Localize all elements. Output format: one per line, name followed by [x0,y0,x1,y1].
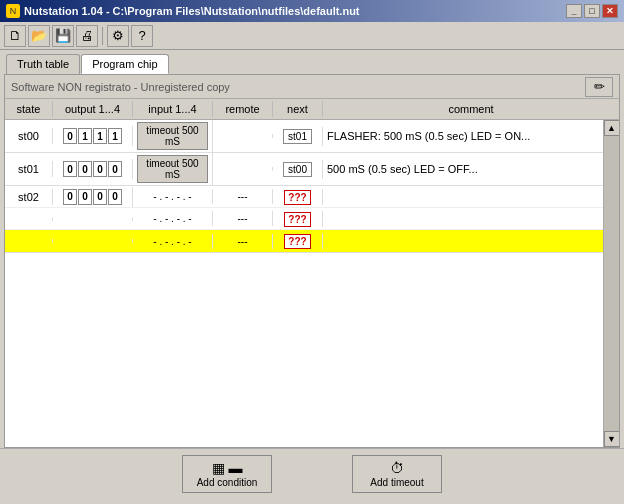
bottom-toolbar: ▦ ▬ Add condition ⏱ Add timeout [0,448,624,498]
close-button[interactable]: ✕ [602,4,618,18]
cell-output [53,217,133,221]
tab-truth-table[interactable]: Truth table [6,54,80,74]
print-button[interactable]: 🖨 [76,25,98,47]
add-condition-icon: ▦ ▬ [212,460,243,476]
bit-1[interactable]: 0 [78,161,92,177]
cell-remote: --- [213,189,273,204]
bit-0[interactable]: 0 [63,189,77,205]
main-content: Software NON registrato - Unregistered c… [4,74,620,448]
tab-program-chip[interactable]: Program chip [81,54,168,74]
cell-remote [213,167,273,171]
header-state: state [5,101,53,117]
sub-row: st02 0 0 0 0 - . - . - . - --- ??? [5,186,603,208]
status-bar: Software NON registrato - Unregistered c… [5,75,619,99]
help-button[interactable]: ? [131,25,153,47]
cell-state: st00 [5,128,53,144]
cell-output [53,239,133,243]
new-button[interactable]: 🗋 [4,25,26,47]
cell-next: ??? [273,211,323,227]
table-scroll-area: st00 0 1 1 1 timeout 500 mS st01 [5,120,619,447]
save-button[interactable]: 💾 [52,25,74,47]
cell-comment [323,195,603,199]
header-input: input 1...4 [133,101,213,117]
cell-input: - . - . - . - [133,234,213,249]
table-header: state output 1...4 input 1...4 remote ne… [5,99,619,120]
cell-remote: --- [213,234,273,249]
bit-2[interactable]: 0 [93,161,107,177]
cell-output: 0 0 0 0 [53,187,133,207]
cell-remote [213,134,273,138]
cell-output: 0 1 1 1 [53,126,133,146]
cell-input: - . - . - . - [133,211,213,226]
cell-comment [323,217,603,221]
scroll-up-button[interactable]: ▲ [604,120,620,136]
cell-condition: timeout 500 mS [133,153,213,185]
cell-next: st00 [273,160,323,179]
table-row: st01 0 0 0 0 timeout 500 mS st00 [5,153,603,186]
header-comment: comment [323,101,619,117]
bit-0[interactable]: 0 [63,161,77,177]
cell-comment [323,239,603,243]
header-remote: remote [213,101,273,117]
add-condition-button[interactable]: ▦ ▬ Add condition [182,455,272,493]
cell-state [5,239,53,243]
add-timeout-box[interactable]: ⏱ Add timeout [352,455,442,493]
scrollbar[interactable]: ▲ ▼ [603,120,619,447]
cell-comment: FLASHER: 500 mS (0.5 sec) LED = ON... [323,128,603,144]
minimize-button[interactable]: _ [566,4,582,18]
bit-2[interactable]: 0 [93,189,107,205]
add-timeout-button[interactable]: ⏱ Add timeout [352,455,442,493]
scroll-track[interactable] [604,136,619,431]
cell-input: - . - . - . - [133,189,213,204]
toolbar: 🗋 📂 💾 🖨 ⚙ ? [0,22,624,50]
cell-output: 0 0 0 0 [53,159,133,179]
cell-next: st01 [273,127,323,146]
settings-button[interactable]: ⚙ [107,25,129,47]
bit-1[interactable]: 0 [78,189,92,205]
add-condition-box[interactable]: ▦ ▬ Add condition [182,455,272,493]
table-row: st00 0 1 1 1 timeout 500 mS st01 [5,120,603,153]
app-icon: N [6,4,20,18]
sub-row-highlighted: - . - . - . - --- ??? [5,230,603,252]
open-button[interactable]: 📂 [28,25,50,47]
condition-button[interactable]: timeout 500 mS [137,155,208,183]
bit-3[interactable]: 0 [108,189,122,205]
sub-row: - . - . - . - --- ??? [5,208,603,230]
table-row-multi: st02 0 0 0 0 - . - . - . - --- ??? [5,186,603,253]
bit-3[interactable]: 0 [108,161,122,177]
cell-state: st02 [5,189,53,205]
add-condition-label: Add condition [197,477,258,488]
status-text: Software NON registrato - Unregistered c… [11,81,230,93]
table-body: st00 0 1 1 1 timeout 500 mS st01 [5,120,603,447]
add-timeout-icon: ⏱ [390,460,404,476]
window-controls: _ □ ✕ [566,4,618,18]
cell-condition: timeout 500 mS [133,120,213,152]
bit-0[interactable]: 0 [63,128,77,144]
bit-1[interactable]: 1 [78,128,92,144]
toolbar-separator [102,27,103,45]
bit-3[interactable]: 1 [108,128,122,144]
cell-next: ??? [273,189,323,205]
cell-next: ??? [273,233,323,249]
title-bar: N Nutstation 1.04 - C:\Program Files\Nut… [0,0,624,22]
header-output: output 1...4 [53,101,133,117]
tab-bar: Truth table Program chip [0,50,624,74]
cell-state [5,217,53,221]
cell-remote: --- [213,211,273,226]
maximize-button[interactable]: □ [584,4,600,18]
scroll-down-button[interactable]: ▼ [604,431,620,447]
cell-state: st01 [5,161,53,177]
window-title: Nutstation 1.04 - C:\Program Files\Nutst… [24,5,360,17]
add-timeout-label: Add timeout [370,477,423,488]
header-next: next [273,101,323,117]
condition-button[interactable]: timeout 500 mS [137,122,208,150]
edit-button[interactable]: ✏ [585,77,613,97]
cell-comment: 500 mS (0.5 sec) LED = OFF... [323,161,603,177]
bit-2[interactable]: 1 [93,128,107,144]
